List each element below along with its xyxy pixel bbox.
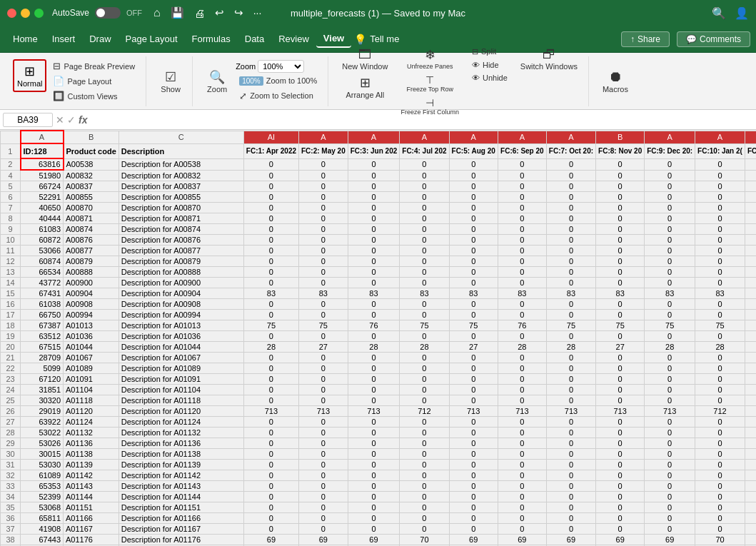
data-cell[interactable]: 0 — [348, 299, 400, 310]
data-cell[interactable]: 0 — [243, 502, 298, 513]
data-cell[interactable]: 0 — [400, 470, 449, 481]
data-cell[interactable]: 0 — [546, 203, 595, 213]
data-cell[interactable]: 0 — [498, 513, 546, 524]
comments-button[interactable]: 💬 Comments — [677, 31, 750, 47]
data-cell[interactable]: 76 — [498, 320, 546, 331]
data-cell[interactable]: 0 — [546, 158, 595, 170]
data-cell[interactable]: 712 — [400, 406, 449, 417]
id-cell[interactable]: 63816 — [21, 158, 64, 170]
data-cell[interactable]: 0 — [695, 158, 745, 170]
data-cell[interactable]: 0 — [243, 246, 298, 256]
data-cell[interactable]: 0 — [243, 158, 298, 170]
data-cell[interactable]: 0 — [645, 524, 695, 535]
data-cell[interactable]: 0 — [745, 438, 756, 449]
data-cell[interactable]: 0 — [745, 256, 756, 267]
data-cell[interactable]: 0 — [348, 417, 400, 428]
data-cell[interactable]: 0 — [596, 310, 645, 320]
data-cell[interactable]: 0 — [695, 470, 745, 481]
data-cell[interactable]: 0 — [400, 428, 449, 438]
data-cell[interactable]: 0 — [546, 438, 595, 449]
col-header-d5[interactable]: A — [498, 131, 546, 143]
data-cell[interactable]: 0 — [400, 278, 449, 288]
data-cell[interactable]: 83 — [348, 288, 400, 299]
data-cell[interactable]: 0 — [299, 524, 348, 535]
id-cell[interactable]: 43772 — [21, 278, 64, 288]
id-cell[interactable]: 53022 — [21, 428, 64, 438]
data-cell[interactable]: 0 — [498, 192, 546, 203]
data-cell[interactable]: 0 — [596, 513, 645, 524]
data-cell[interactable]: 27 — [596, 342, 645, 353]
col-header-d4[interactable]: A — [449, 131, 498, 143]
data-cell[interactable]: 0 — [745, 449, 756, 460]
data-cell[interactable]: 0 — [449, 385, 498, 395]
data-cell[interactable]: 0 — [400, 203, 449, 213]
id-cell[interactable]: 28709 — [21, 353, 64, 363]
data-cell[interactable]: 0 — [299, 353, 348, 363]
data-cell[interactable]: 0 — [400, 492, 449, 502]
data-cell[interactable]: 0 — [546, 524, 595, 535]
data-cell[interactable]: 713 — [498, 406, 546, 417]
new-window-button[interactable]: 🗔 New Window — [338, 46, 391, 72]
data-cell[interactable]: 0 — [299, 363, 348, 374]
data-cell[interactable]: 0 — [243, 481, 298, 492]
data-cell[interactable]: 0 — [546, 481, 595, 492]
hide-button[interactable]: 👁 Hide — [468, 59, 511, 71]
data-cell[interactable]: 0 — [695, 481, 745, 492]
data-cell[interactable]: 0 — [299, 492, 348, 502]
save-icon[interactable]: 💾 — [171, 6, 184, 19]
data-cell[interactable]: 0 — [498, 417, 546, 428]
data-cell[interactable]: 28 — [546, 342, 595, 353]
window-controls[interactable] — [7, 9, 44, 18]
menu-home[interactable]: Home — [6, 31, 45, 47]
data-cell[interactable]: 713 — [299, 406, 348, 417]
data-cell[interactable]: 0 — [745, 428, 756, 438]
data-cell[interactable]: 0 — [745, 363, 756, 374]
data-cell[interactable]: 0 — [449, 449, 498, 460]
data-cell[interactable]: 0 — [546, 192, 595, 203]
data-cell[interactable]: 28 — [400, 342, 449, 353]
data-cell[interactable]: 0 — [596, 428, 645, 438]
data-cell[interactable]: 0 — [498, 158, 546, 170]
data-cell[interactable]: 0 — [596, 331, 645, 342]
zoom-to-100-button[interactable]: 100% Zoom to 100% — [236, 75, 321, 87]
id-cell[interactable]: 53066 — [21, 246, 64, 256]
data-cell[interactable]: 0 — [299, 310, 348, 320]
data-cell[interactable]: 0 — [449, 438, 498, 449]
id-cell[interactable]: 63922 — [21, 417, 64, 428]
data-cell[interactable]: 0 — [695, 213, 745, 224]
data-cell[interactable]: 0 — [645, 385, 695, 395]
data-cell[interactable]: 0 — [243, 310, 298, 320]
data-cell[interactable]: 0 — [243, 278, 298, 288]
data-cell[interactable]: 0 — [498, 267, 546, 278]
data-cell[interactable]: 0 — [243, 470, 298, 481]
data-cell[interactable]: 0 — [695, 331, 745, 342]
data-cell[interactable]: 75 — [449, 320, 498, 331]
data-cell[interactable]: 75 — [546, 320, 595, 331]
id-cell[interactable]: 30320 — [21, 395, 64, 406]
data-cell[interactable]: 0 — [695, 256, 745, 267]
data-cell[interactable]: 0 — [243, 181, 298, 192]
data-cell[interactable]: 83 — [745, 288, 756, 299]
data-cell[interactable]: 0 — [498, 224, 546, 235]
data-cell[interactable]: 0 — [449, 395, 498, 406]
data-cell[interactable]: 0 — [546, 246, 595, 256]
data-cell[interactable]: 0 — [400, 267, 449, 278]
formula-input[interactable] — [90, 115, 753, 125]
data-cell[interactable]: 27 — [299, 342, 348, 353]
data-cell[interactable]: 0 — [348, 428, 400, 438]
data-cell[interactable]: 0 — [348, 481, 400, 492]
custom-views-button[interactable]: 🔲 Custom Views — [49, 89, 138, 103]
data-cell[interactable]: 0 — [449, 513, 498, 524]
data-cell[interactable]: 0 — [449, 256, 498, 267]
data-cell[interactable]: 0 — [745, 492, 756, 502]
data-cell[interactable]: 0 — [243, 438, 298, 449]
data-cell[interactable]: 0 — [546, 385, 595, 395]
col-header-d10[interactable]: A — [745, 131, 756, 143]
data-cell[interactable]: 0 — [596, 385, 645, 395]
data-cell[interactable]: 0 — [449, 213, 498, 224]
data-cell[interactable]: 0 — [546, 278, 595, 288]
data-cell[interactable]: 0 — [596, 256, 645, 267]
col-header-d8[interactable]: A — [645, 131, 695, 143]
data-cell[interactable]: 0 — [645, 395, 695, 406]
data-cell[interactable]: 0 — [745, 235, 756, 246]
